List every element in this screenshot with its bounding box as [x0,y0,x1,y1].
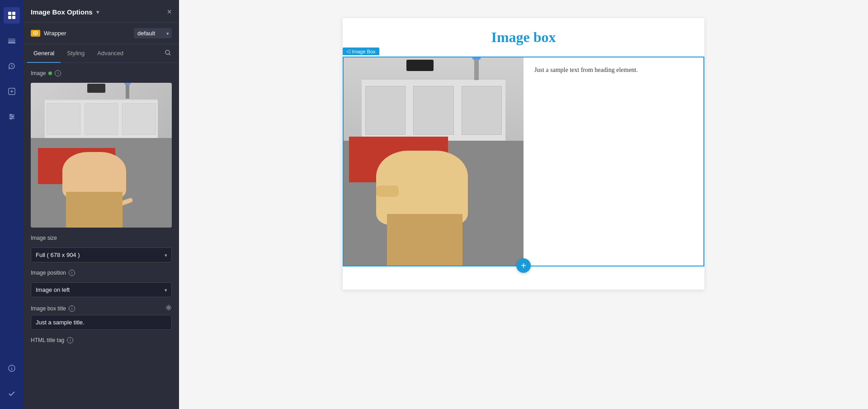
icon-layers[interactable] [4,33,20,49]
image-size-label: Image size [31,235,172,241]
icon-history[interactable] [4,58,20,74]
icon-sliders[interactable] [4,109,20,125]
image-position-info-icon[interactable]: i [69,270,75,276]
tab-advanced[interactable]: Advanced [91,44,130,63]
image-box-text: Just a sample text from heading element. [534,67,638,74]
image-box-content: Just a sample text from heading element. [524,57,703,266]
icon-grid[interactable] [4,7,20,24]
svg-point-13 [168,307,170,309]
image-box-widget[interactable]: ◁ Image Box [343,57,704,266]
lamp-preview [126,83,129,99]
svg-point-10 [10,118,12,119]
image-preview[interactable] [31,83,172,228]
icon-bar [0,0,24,409]
image-info-icon[interactable]: i [55,70,61,76]
svg-point-12 [165,50,170,54]
image-label-text: Image [31,70,46,76]
panel-title-text: Image Box Options [31,8,93,16]
page-title: Image box [343,18,704,57]
canvas-cat-tail [443,190,468,204]
image-size-group: Image size Full ( 678 x 904 ) Large Medi… [31,235,172,262]
canvas-cat-paw [376,185,399,197]
image-box-tag-arrow: ◁ [346,48,350,54]
image-status-dot [48,71,52,75]
box-body-preview [66,192,123,228]
canvas-lamp [474,57,479,80]
canvas: Image box ◁ Image Box [179,0,868,409]
svg-rect-5 [8,40,15,42]
canvas-cardboard-box [387,214,462,266]
panel-body: Image i [24,63,179,354]
image-box-title-group: Image box title i [31,304,172,330]
image-size-select-wrap: Full ( 678 x 904 ) Large Medium Thumbnai… [31,247,172,262]
html-title-tag-info-icon[interactable]: i [67,337,73,343]
svg-rect-0 [8,12,11,15]
cabinet-sec-2 [85,103,118,135]
icon-check[interactable] [4,385,20,402]
wrapper-select[interactable]: default boxed full-width [134,28,172,38]
search-icon[interactable] [161,46,175,62]
wrapper-badge: ID [31,30,40,37]
title-settings-button[interactable] [165,304,172,312]
cabinet-sec-3 [122,103,156,135]
content-area: Image box ◁ Image Box [343,18,704,290]
canvas-cat-scene [344,57,524,266]
canvas-cat-container [371,130,479,266]
panel-title: Image Box Options ▾ [31,8,99,16]
wrapper-label: Wrapper [44,30,130,37]
canvas-furniture [344,57,524,141]
panel-title-chevron: ▾ [96,9,99,15]
canvas-cab-sec-2 [413,86,453,135]
tab-general[interactable]: General [27,44,61,63]
svg-rect-4 [8,38,15,40]
cabinet-preview [45,99,158,138]
tabs: General Styling Advanced [24,44,179,63]
image-box-title-label-text: Image box title [31,305,66,312]
tab-styling[interactable]: Styling [61,44,91,63]
svg-rect-1 [12,12,15,15]
image-box-title-info-icon[interactable]: i [69,305,75,312]
cat-scene-preview [31,83,172,228]
options-panel: Image Box Options ▾ × ID Wrapper default… [24,0,179,409]
image-box-title-header: Image box title i [31,304,172,312]
svg-rect-3 [12,16,15,19]
speaker-preview [87,84,105,93]
image-size-select[interactable]: Full ( 678 x 904 ) Large Medium Thumbnai… [31,247,172,262]
icon-info[interactable] [4,360,20,376]
panel-header: Image Box Options ▾ × [24,0,179,23]
image-size-label-text: Image size [31,235,57,241]
cabinet-sec-1 [47,103,80,135]
svg-point-9 [12,116,14,118]
canvas-cab-sec-1 [365,86,406,135]
icon-widget[interactable] [4,83,20,100]
svg-rect-6 [8,42,15,43]
image-field-group: Image i [31,70,172,228]
wrapper-select-wrap: default boxed full-width [134,28,172,38]
furniture-preview [31,83,172,138]
svg-point-8 [10,114,12,116]
image-box-title-label: Image box title i [31,305,75,312]
image-position-select[interactable]: Image on left Image on right Image on to… [31,282,172,297]
image-position-select-wrap: Image on left Image on right Image on to… [31,282,172,297]
image-box-tag-text: Image Box [352,49,376,54]
image-label: Image i [31,70,172,76]
image-position-group: Image position i Image on left Image on … [31,270,172,297]
canvas-speaker [406,60,434,71]
cat-container-preview [59,148,129,228]
wrapper-row: ID Wrapper default boxed full-width [24,23,179,44]
html-title-tag-label-text: HTML title tag [31,337,64,343]
image-box-tag: ◁ Image Box [343,48,379,55]
html-title-tag-label: HTML title tag i [31,337,172,343]
svg-rect-2 [8,16,11,19]
image-box-image [344,57,524,266]
image-box-title-input[interactable] [31,315,172,330]
image-position-label: Image position i [31,270,172,276]
html-title-tag-group: HTML title tag i [31,337,172,347]
close-button[interactable]: × [167,7,172,17]
add-section-button[interactable]: + [516,258,531,273]
canvas-cab-sec-3 [462,86,502,135]
image-position-label-text: Image position [31,270,66,276]
